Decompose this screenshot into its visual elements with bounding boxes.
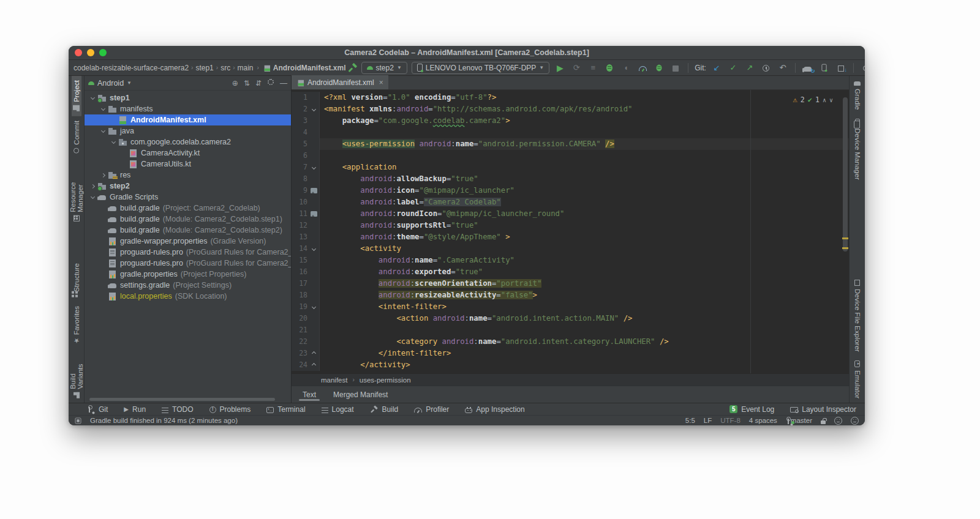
gutter-fold-column[interactable] xyxy=(309,185,320,196)
tree-row[interactable]: proguard-rules.pro(ProGuard Rules for Ca… xyxy=(85,247,291,258)
project-horizontal-scrollbar[interactable] xyxy=(89,398,275,401)
view-tab-text[interactable]: Text xyxy=(301,386,317,403)
code-text[interactable]: <intent-filter> xyxy=(320,301,849,313)
fold-up-icon[interactable] xyxy=(312,351,316,356)
close-tab-icon[interactable]: × xyxy=(379,78,383,87)
toolwindow-button-problems[interactable]: Problems xyxy=(209,405,251,414)
toolwindow-button-run[interactable]: ▶Run xyxy=(124,405,146,414)
gutter-fold-column[interactable] xyxy=(309,278,320,289)
sidebar-item-device-manager[interactable]: Device Manager xyxy=(853,114,862,184)
code-line-22[interactable]: 22 <category android:name="android.inten… xyxy=(292,336,849,348)
git-push-button[interactable]: ↗ xyxy=(744,62,756,74)
code-line-15[interactable]: 15 android:name=".CameraActivity" xyxy=(292,255,849,266)
gutter-fold-column[interactable] xyxy=(309,115,320,127)
toolwindow-button-profiler[interactable]: Profiler xyxy=(414,405,449,414)
gutter-fold-column[interactable] xyxy=(309,127,320,138)
tree-chevron-box[interactable] xyxy=(99,174,108,177)
code-line-10[interactable]: 10 android:label="Camera2 Codelab" xyxy=(292,196,849,208)
run-button[interactable]: ▶ xyxy=(554,62,566,74)
tree-row[interactable]: build.gradle(Project: Camera2_Codelab) xyxy=(85,203,291,214)
toolwindow-button-git[interactable]: Git xyxy=(87,405,108,414)
code-line-7[interactable]: 7 <application xyxy=(292,162,849,173)
code-line-18[interactable]: 18 android:resizeableActivity="false"> xyxy=(292,289,849,301)
code-text[interactable] xyxy=(320,127,849,138)
code-line-4[interactable]: 4 xyxy=(292,127,849,138)
fold-up-icon[interactable] xyxy=(312,363,316,367)
tree-row[interactable]: local.properties(SDK Location) xyxy=(85,291,291,302)
apply-changes-button[interactable]: ⟳ xyxy=(570,62,582,74)
sidebar-item-resource-manager[interactable]: Resource Manager xyxy=(69,157,85,226)
gutter-fold-column[interactable] xyxy=(309,150,320,162)
toolwindow-button-app-inspection[interactable]: App Inspection xyxy=(465,405,524,414)
tree-row[interactable]: CameraActivity.kt xyxy=(85,147,291,159)
git-update-button[interactable]: ↙ xyxy=(710,62,723,74)
inspection-widget[interactable]: ⚠ 2 ✔ 1 ∧ ∨ xyxy=(791,94,835,106)
code-line-2[interactable]: 2<manifest xmlns:android="http://schemas… xyxy=(292,103,849,115)
code-text[interactable]: <?xml version="1.0" encoding="utf-8"?> xyxy=(320,92,849,103)
sidebar-item-emulator[interactable]: Emulator xyxy=(853,356,862,403)
code-line-17[interactable]: 17 android:screenOrientation="portrait" xyxy=(292,278,849,289)
code-line-5[interactable]: 5 <uses-permission android:name="android… xyxy=(292,138,849,150)
gutter-fold-column[interactable] xyxy=(309,266,320,278)
editor-scrollbar[interactable] xyxy=(843,97,848,252)
code-line-11[interactable]: 11 android:roundIcon="@mipmap/ic_launche… xyxy=(292,208,849,220)
code-text[interactable]: android:label="Camera2 Codelab" xyxy=(320,196,849,208)
device-manager-button[interactable] xyxy=(818,62,831,74)
gutter-image-preview-icon[interactable] xyxy=(311,211,317,217)
code-editor[interactable]: 1<?xml version="1.0" encoding="utf-8"?>2… xyxy=(292,90,849,373)
code-text[interactable]: android:exported="true" xyxy=(320,266,849,278)
gutter-fold-column[interactable] xyxy=(309,289,320,301)
tree-row[interactable]: manifests xyxy=(85,103,291,114)
gutter-fold-column[interactable] xyxy=(309,324,320,336)
sidebar-item-project[interactable]: Project xyxy=(72,76,81,116)
indent-setting[interactable]: 4 spaces xyxy=(749,417,777,424)
gutter-fold-column[interactable] xyxy=(309,231,320,243)
code-line-14[interactable]: 14 <activity xyxy=(292,243,849,255)
sidebar-item-gradle[interactable]: Gradle xyxy=(853,76,862,114)
code-text[interactable]: android:resizeableActivity="false"> xyxy=(320,289,849,301)
collapse-all-button[interactable]: ⇵ xyxy=(255,79,262,88)
run-configuration-select[interactable]: step2 ▼ xyxy=(361,62,407,74)
file-encoding[interactable]: UTF-8 xyxy=(720,417,741,424)
caret-position[interactable]: 5:5 xyxy=(685,417,695,424)
gutter-fold-column[interactable] xyxy=(309,196,320,208)
search-everywhere-button[interactable] xyxy=(860,62,865,74)
status-message[interactable]: Gradle build finished in 924 ms (2 minut… xyxy=(90,417,238,424)
code-text[interactable]: android:roundIcon="@mipmap/ic_launcher_r… xyxy=(320,208,849,220)
tree-row[interactable]: step1 xyxy=(85,92,291,103)
git-branch-widget[interactable]: master xyxy=(786,417,812,425)
code-line-20[interactable]: 20 <action android:name="android.intent.… xyxy=(292,313,849,324)
locate-file-button[interactable]: ⊕ xyxy=(232,79,238,88)
tree-row[interactable]: CameraUtils.kt xyxy=(85,159,291,170)
gutter-fold-column[interactable] xyxy=(309,313,320,324)
tree-row[interactable]: Gradle Scripts xyxy=(85,192,291,203)
chevron-down-icon[interactable]: ▼ xyxy=(127,80,132,86)
device-select[interactable]: LENOVO Lenovo TB-Q706F-DPP ▼ xyxy=(412,62,549,74)
next-problem-button[interactable]: ∨ xyxy=(829,94,833,106)
git-rollback-button[interactable]: ↶ xyxy=(777,62,789,74)
code-line-3[interactable]: 3 package="com.google.codelab.camera2"> xyxy=(292,115,849,127)
project-view-selector[interactable]: Android xyxy=(97,79,124,88)
warning-stripe-mark[interactable] xyxy=(842,247,848,249)
profile-low-overhead-button[interactable]: ◖ xyxy=(620,62,632,74)
sdk-manager-button[interactable] xyxy=(835,62,847,74)
tree-row[interactable]: gradle.properties(Project Properties) xyxy=(85,269,291,280)
code-line-13[interactable]: 13 android:theme="@style/AppTheme" > xyxy=(292,231,849,243)
code-line-16[interactable]: 16 android:exported="true" xyxy=(292,266,849,278)
code-text[interactable]: android:screenOrientation="portrait" xyxy=(320,278,849,289)
code-text[interactable]: android:supportsRtl="true" xyxy=(320,220,849,231)
gutter-fold-column[interactable] xyxy=(309,220,320,231)
gutter-fold-column[interactable] xyxy=(309,92,320,103)
warning-stripe-mark[interactable] xyxy=(842,237,848,239)
fold-down-icon[interactable] xyxy=(312,305,316,309)
code-line-19[interactable]: 19 <intent-filter> xyxy=(292,301,849,313)
gradle-sync-button[interactable] xyxy=(802,62,814,74)
gutter-fold-column[interactable] xyxy=(309,208,320,220)
code-text[interactable]: <category android:name="android.intent.c… xyxy=(320,336,849,348)
feedback-happy-icon[interactable] xyxy=(834,417,842,425)
stop-button[interactable] xyxy=(669,62,682,74)
toolwindow-button-logcat[interactable]: Logcat xyxy=(322,405,354,414)
tree-chevron-box[interactable] xyxy=(88,185,97,188)
tree-chevron-box[interactable] xyxy=(99,130,108,132)
breadcrumb-uses-permission[interactable]: uses-permission xyxy=(360,376,411,384)
